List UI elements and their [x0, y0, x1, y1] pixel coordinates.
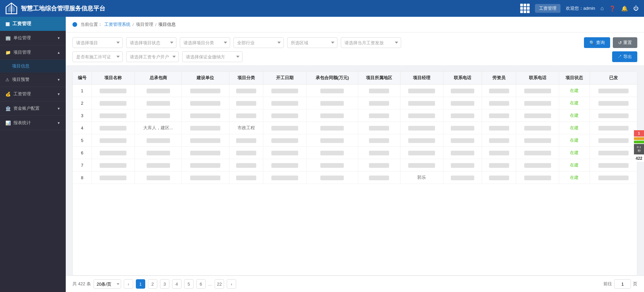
right-panel: 1 0.1秒 422: [634, 130, 644, 162]
chevron-account: ▼: [57, 107, 60, 110]
select-status[interactable]: 请选择项目状态: [126, 37, 176, 48]
select-area[interactable]: 所选区域: [287, 37, 337, 48]
page-1-button[interactable]: 1: [136, 279, 145, 289]
breadcrumb-sep-1: /: [132, 22, 134, 27]
goto-area: 前往 页: [603, 279, 637, 289]
select-category[interactable]: 请选择项目分类: [180, 37, 230, 48]
breadcrumb-item-2: 项目管理: [136, 21, 153, 28]
page-size-select[interactable]: 20条/页 50条/页 100条/页: [94, 279, 121, 289]
page-5-button[interactable]: 5: [184, 279, 194, 289]
col-manager: 项目经理: [400, 71, 443, 85]
search-icon: 🔍: [589, 40, 595, 45]
last-page-button[interactable]: 22: [215, 279, 224, 289]
col-contract-amount: 承包合同额(万元): [306, 71, 358, 85]
wage-icon: 💰: [5, 92, 11, 97]
sidebar-item-unit-mgmt[interactable]: 🏢 单位管理 ▼: [0, 31, 66, 45]
page-2-button[interactable]: 2: [148, 279, 157, 289]
col-phone2: 联系电话: [516, 71, 559, 85]
select-project[interactable]: 请选择项目: [72, 37, 123, 48]
power-icon[interactable]: ⏻: [633, 5, 639, 11]
chevron-report: ▼: [57, 121, 60, 125]
query-button[interactable]: 🔍 查询: [584, 37, 610, 48]
table-row: 2 在建: [73, 97, 637, 109]
help-icon[interactable]: ❓: [609, 5, 616, 12]
pagination-area: 共 422 条 20条/页 50条/页 100条/页 ‹ 1 2 3 4 5 6…: [66, 276, 644, 292]
total-info: 共 422 条: [72, 281, 91, 287]
apps-icon[interactable]: [520, 4, 530, 13]
right-panel-orange[interactable]: [634, 137, 644, 140]
col-start-date: 开工日期: [263, 71, 306, 85]
chevron-warning: ▼: [57, 78, 60, 82]
page-3-button[interactable]: 3: [160, 279, 169, 289]
filter-row-2: 是否有施工许可证 请选择工资专户开户 请选择保证金缴纳方 ↗ 导出: [72, 51, 637, 62]
sidebar-item-project-mgmt[interactable]: 📁 项目管理 ▲: [0, 45, 66, 60]
col-status: 项目状态: [559, 71, 590, 85]
building-icon: 🏢: [5, 36, 11, 41]
export-button[interactable]: ↗ 导出: [612, 51, 637, 62]
export-icon: ↗: [618, 54, 622, 59]
sidebar-top-icon: ▦: [5, 21, 10, 27]
table-row: 8 郭乐 在建: [73, 172, 637, 184]
logo-area: 智慧工地综合管理服务信息平台: [5, 2, 520, 14]
sidebar-label-project: 项目管理: [13, 49, 31, 55]
select-wage-date[interactable]: 请选择当月工资发放: [341, 37, 401, 48]
home-icon[interactable]: ⌂: [600, 5, 604, 11]
sidebar-label-account: 资金账户配置: [13, 105, 40, 111]
select-industry[interactable]: 全部行业: [233, 37, 284, 48]
sidebar-sub-project: 项目信息: [0, 60, 66, 72]
sidebar-item-account-config[interactable]: 🏦 资金账户配置 ▼: [0, 101, 66, 116]
page-6-button[interactable]: 6: [196, 279, 206, 289]
reset-icon: ↺: [618, 40, 622, 45]
goto-label: 前往: [603, 281, 612, 287]
sidebar: ▦ 工资管理 🏢 单位管理 ▼ 📁 项目管理 ▲ 项目信息 ⚠: [0, 17, 66, 292]
select-permit[interactable]: 是否有施工许可证: [72, 51, 123, 62]
breadcrumb-label: 当前位置：: [80, 21, 102, 28]
main-layout: ▦ 工资管理 🏢 单位管理 ▼ 📁 项目管理 ▲ 项目信息 ⚠: [0, 17, 644, 292]
table-header-row: 编号 项目名称 总承包商 建设单位 项目分类 开工日期 承包合同额(万元) 项目…: [73, 71, 637, 85]
sidebar-top-label: 工资管理: [12, 21, 31, 27]
col-region: 项目所属地区: [358, 71, 400, 85]
sidebar-top: ▦ 工资管理: [0, 17, 66, 31]
filter-actions: 🔍 查询 ↺ 重置: [584, 37, 637, 48]
next-page-button[interactable]: ›: [227, 279, 236, 289]
report-icon: 📊: [5, 120, 11, 126]
reset-button[interactable]: ↺ 重置: [613, 37, 637, 48]
account-icon: 🏦: [5, 106, 11, 111]
goto-input[interactable]: [614, 279, 631, 289]
sidebar-item-report-stats[interactable]: 📊 报表统计 ▼: [0, 116, 66, 130]
page-unit: 页: [633, 281, 637, 287]
sidebar-item-wage-mgmt[interactable]: 💰 工资管理 ▼: [0, 87, 66, 101]
sidebar-label-warning: 项目预警: [12, 77, 30, 83]
right-panel-green[interactable]: [634, 141, 644, 143]
sidebar-label-unit: 单位管理: [13, 35, 31, 41]
table-row: 7 在建: [73, 159, 637, 172]
data-table: 编号 项目名称 总承包商 建设单位 项目分类 开工日期 承包合同额(万元) 项目…: [73, 71, 637, 184]
app-title: 智慧工地综合管理服务信息平台: [21, 4, 105, 12]
select-wage-account[interactable]: 请选择工资专户开户: [126, 51, 179, 62]
select-guarantee[interactable]: 请选择保证金缴纳方: [182, 51, 243, 62]
table-row: 3 在建: [73, 109, 637, 122]
module-label[interactable]: 工资管理: [535, 4, 560, 13]
col-paid: 已发: [590, 71, 637, 85]
ellipsis: ...: [208, 282, 212, 287]
table-row: 5 在建: [73, 134, 637, 147]
sidebar-item-project-info[interactable]: 项目信息: [0, 60, 66, 72]
right-panel-info[interactable]: 0.1秒: [634, 144, 644, 154]
filters-area: 请选择项目 请选择项目状态 请选择项目分类 全部行业 所选区域 请选择当月工资发…: [66, 33, 644, 66]
prev-page-button[interactable]: ‹: [124, 279, 133, 289]
col-no: 编号: [73, 71, 92, 85]
col-category: 项目分类: [229, 71, 263, 85]
content-area: 当前位置： 工资管理系统 / 项目管理 / 项目信息 请选择项目 请选择项目状态…: [66, 17, 644, 292]
page-4-button[interactable]: 4: [172, 279, 181, 289]
right-panel-badge-1[interactable]: 1: [634, 130, 644, 137]
header: 智慧工地综合管理服务信息平台 工资管理 欢迎您：admin ⌂ ❓ 🔔 ⏻: [0, 0, 644, 17]
col-name: 项目名称: [92, 71, 135, 85]
chevron-project: ▲: [57, 51, 60, 54]
sidebar-item-project-warning[interactable]: ⚠ 项目预警 ▼: [0, 72, 66, 87]
bell-icon[interactable]: 🔔: [621, 5, 628, 12]
breadcrumb-item-1: 工资管理系统: [104, 21, 130, 28]
col-builder: 建设单位: [182, 71, 229, 85]
warning-icon: ⚠: [5, 77, 9, 82]
breadcrumb-item-3: 项目信息: [158, 21, 176, 28]
filter-row-1: 请选择项目 请选择项目状态 请选择项目分类 全部行业 所选区域 请选择当月工资发…: [72, 37, 637, 48]
